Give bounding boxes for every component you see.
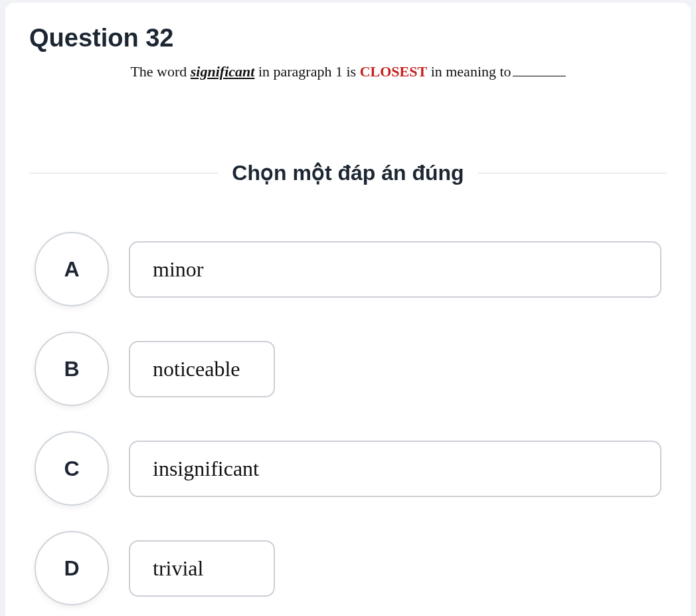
option-letter-a[interactable]: A	[35, 232, 109, 306]
prompt-blank	[513, 76, 566, 76]
option-c[interactable]: C insignificant	[35, 431, 661, 506]
option-text-a[interactable]: minor	[129, 241, 661, 298]
option-b[interactable]: B noticeable	[35, 332, 661, 406]
prompt-text-mid: in paragraph 1 is	[254, 63, 359, 80]
instruction-divider: Chọn một đáp án đúng	[29, 160, 667, 185]
option-letter-b[interactable]: B	[35, 332, 109, 406]
prompt-text-post: in meaning to	[427, 63, 511, 80]
question-card: Question 32 The word significant in para…	[5, 3, 691, 616]
option-text-b[interactable]: noticeable	[129, 341, 275, 397]
option-text-d[interactable]: trivial	[129, 540, 275, 597]
question-title: Question 32	[29, 24, 667, 52]
option-text-c[interactable]: insignificant	[129, 441, 661, 497]
divider-line-right	[478, 173, 667, 173]
instruction-text: Chọn một đáp án đúng	[232, 160, 464, 185]
option-letter-c[interactable]: C	[35, 431, 109, 506]
option-letter-d[interactable]: D	[35, 531, 109, 605]
divider-line-left	[29, 173, 218, 173]
question-prompt: The word significant in paragraph 1 is C…	[29, 63, 667, 80]
option-a[interactable]: A minor	[35, 232, 661, 306]
option-d[interactable]: D trivial	[35, 531, 661, 605]
prompt-text-pre: The word	[130, 63, 190, 80]
prompt-highlight: CLOSEST	[360, 63, 428, 80]
prompt-keyword: significant	[191, 63, 255, 80]
options-list: A minor B noticeable C insignificant D t…	[29, 232, 667, 605]
